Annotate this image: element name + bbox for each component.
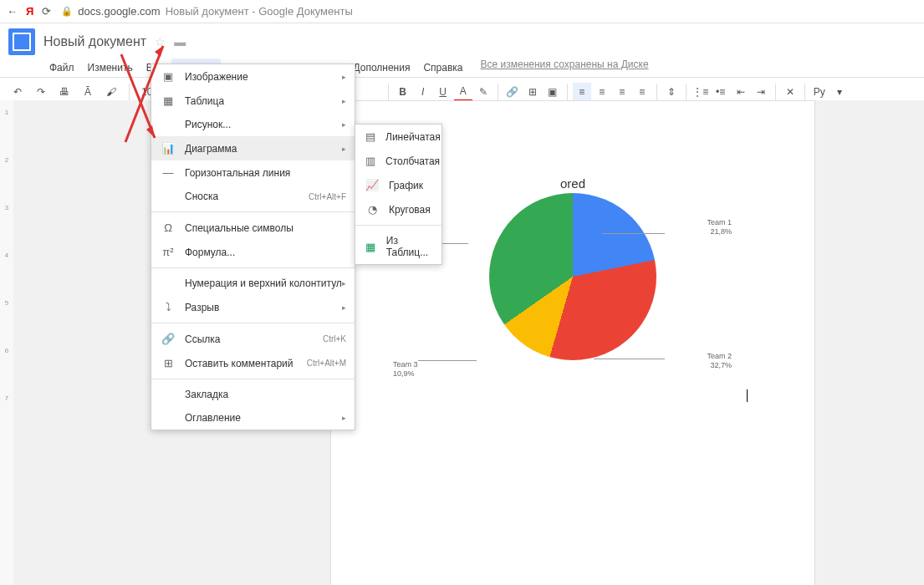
menu-bar: Файл Изменить Вид Вставка Формат Инструм… bbox=[8, 55, 916, 77]
insert-comment-button[interactable]: ⊞ bbox=[523, 83, 542, 101]
sheets-icon: ▦ bbox=[365, 241, 376, 253]
saved-status[interactable]: Все изменения сохранены на Диске bbox=[481, 58, 649, 77]
chart-icon: 📊 bbox=[161, 142, 175, 155]
lock-icon: 🔒 bbox=[61, 6, 73, 17]
star-icon[interactable]: ☆ bbox=[155, 35, 166, 48]
menu-addons[interactable]: Дополнения bbox=[347, 58, 416, 77]
paint-format-button[interactable]: 🖌 bbox=[102, 83, 120, 101]
insert-toc-item[interactable]: Оглавление▸ bbox=[151, 406, 355, 430]
insert-link-button[interactable]: 🔗 bbox=[503, 83, 522, 101]
chart-bar-item[interactable]: ▤Линейчатая bbox=[355, 125, 442, 149]
pi-icon: π² bbox=[161, 246, 175, 258]
document-canvas: 1234567 ored Team 1 21,8% Team 2 32,7% T… bbox=[0, 100, 924, 585]
line-chart-icon: 📈 bbox=[365, 179, 379, 191]
menu-edit[interactable]: Изменить bbox=[82, 58, 139, 77]
insert-hline-item[interactable]: —Горизонтальная линия bbox=[151, 160, 355, 185]
insert-break-item[interactable]: ⤵Разрыв▸ bbox=[151, 295, 355, 319]
insert-table-item[interactable]: ▦Таблица▸ bbox=[151, 89, 355, 113]
chart-label-team1: Team 1 bbox=[665, 218, 732, 227]
chart-title-text: ored bbox=[560, 176, 585, 191]
break-icon: ⤵ bbox=[161, 301, 175, 313]
chart-column-item[interactable]: ▥Столбчатая bbox=[355, 149, 442, 173]
insert-image-button[interactable]: ▣ bbox=[544, 83, 562, 101]
pie-chart-icon: ◔ bbox=[365, 203, 379, 216]
comment-icon: ⊞ bbox=[161, 357, 175, 369]
print-button[interactable]: 🖶 bbox=[55, 83, 74, 101]
align-center-button[interactable]: ≡ bbox=[593, 83, 611, 101]
chart-label-team2: Team 2 bbox=[665, 352, 732, 361]
increase-indent-button[interactable]: ⇥ bbox=[752, 83, 770, 101]
omega-icon: Ω bbox=[161, 221, 175, 234]
insert-bookmark-item[interactable]: Закладка bbox=[151, 383, 355, 406]
image-icon: ▣ bbox=[161, 70, 175, 83]
decrease-indent-button[interactable]: ⇤ bbox=[732, 83, 750, 101]
spellcheck-button[interactable]: Ā bbox=[79, 83, 97, 101]
yandex-icon[interactable]: Я bbox=[26, 5, 33, 18]
chart-value-team1: 21,8% bbox=[665, 227, 732, 237]
chart-value-team2: 32,7% bbox=[665, 361, 732, 370]
vertical-ruler: 1234567 bbox=[0, 100, 13, 585]
text-cursor bbox=[747, 389, 748, 402]
align-right-button[interactable]: ≡ bbox=[613, 83, 631, 101]
page-title: Новый документ - Google Документы bbox=[166, 5, 353, 18]
insert-drawing-item[interactable]: Рисунок...▸ bbox=[151, 113, 355, 136]
document-title[interactable]: Новый документ bbox=[43, 34, 146, 49]
docs-header: Новый документ ☆ ▬ Файл Изменить Вид Вст… bbox=[0, 23, 924, 77]
insert-comment-item[interactable]: ⊞Оставить комментарийCtrl+Alt+M bbox=[151, 351, 355, 375]
insert-formula-item[interactable]: π²Формула... bbox=[151, 240, 355, 264]
hline-icon: — bbox=[161, 166, 175, 179]
insert-special-item[interactable]: ΩСпециальные символы bbox=[151, 216, 355, 240]
column-chart-icon: ▥ bbox=[365, 155, 375, 167]
browser-bar: ← Я ⟳ 🔒 docs.google.com Новый документ -… bbox=[0, 0, 924, 23]
chart-pie-item[interactable]: ◔Круговая bbox=[355, 197, 442, 221]
url-domain: docs.google.com bbox=[78, 5, 160, 18]
line-spacing-button[interactable]: ⇕ bbox=[662, 83, 681, 101]
pie-chart[interactable]: Team 1 21,8% Team 2 32,7% Team 3 10,9% T… bbox=[489, 193, 656, 360]
input-tools-button[interactable]: Ру bbox=[810, 83, 829, 101]
folder-icon[interactable]: ▬ bbox=[174, 35, 186, 48]
insert-image-item[interactable]: ▣Изображение▸ bbox=[151, 64, 355, 89]
refresh-button[interactable]: ⟳ bbox=[42, 5, 51, 18]
align-justify-button[interactable]: ≡ bbox=[633, 83, 651, 101]
insert-headers-item[interactable]: Нумерация и верхний колонтитул▸ bbox=[151, 272, 355, 295]
chart-value-team3: 10,9% bbox=[393, 369, 460, 379]
back-button[interactable]: ← bbox=[7, 5, 18, 18]
bar-chart-icon: ▤ bbox=[365, 130, 375, 143]
numbered-list-button[interactable]: ⋮≡ bbox=[692, 83, 710, 101]
insert-footnote-item[interactable]: СноскаCtrl+Alt+F bbox=[151, 185, 355, 208]
redo-button[interactable]: ↷ bbox=[32, 83, 50, 101]
link-icon: 🔗 bbox=[161, 333, 175, 345]
insert-menu-dropdown: ▣Изображение▸ ▦Таблица▸ Рисунок...▸ 📊Диа… bbox=[151, 64, 355, 430]
italic-button[interactable]: I bbox=[414, 83, 432, 101]
chart-line-item[interactable]: 📈График bbox=[355, 173, 442, 197]
google-docs-logo[interactable] bbox=[8, 28, 35, 55]
align-left-button[interactable]: ≡ bbox=[573, 83, 591, 101]
underline-button[interactable]: U bbox=[434, 83, 452, 101]
menu-help[interactable]: Справка bbox=[417, 58, 468, 77]
undo-button[interactable]: ↶ bbox=[8, 83, 27, 101]
chevron-down-icon[interactable]: ▾ bbox=[830, 83, 849, 101]
table-icon: ▦ bbox=[161, 94, 175, 107]
insert-link-item[interactable]: 🔗СсылкаCtrl+K bbox=[151, 327, 355, 351]
text-color-button[interactable]: A bbox=[454, 83, 472, 101]
bulleted-list-button[interactable]: •≡ bbox=[712, 83, 730, 101]
chart-label-team3: Team 3 bbox=[393, 360, 460, 369]
chart-from-sheets-item[interactable]: ▦Из Таблиц... bbox=[355, 229, 442, 264]
highlight-button[interactable]: ✎ bbox=[474, 83, 493, 101]
menu-file[interactable]: Файл bbox=[43, 58, 80, 77]
clear-formatting-button[interactable]: ✕ bbox=[781, 83, 799, 101]
chart-submenu: ▤Линейчатая ▥Столбчатая 📈График ◔Кругова… bbox=[355, 124, 442, 265]
bold-button[interactable]: B bbox=[394, 83, 412, 101]
insert-chart-item[interactable]: 📊Диаграмма▸ bbox=[151, 136, 355, 160]
